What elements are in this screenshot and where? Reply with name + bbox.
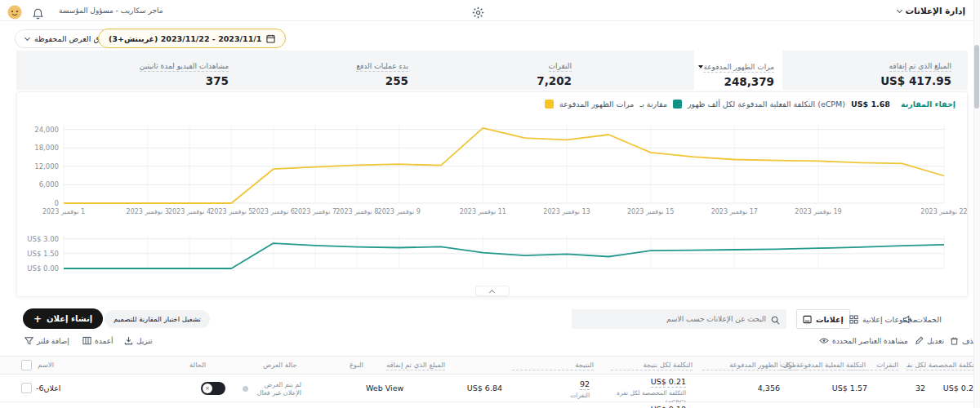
legend-versus-label: مقارنة بـ — [639, 100, 667, 109]
eye-icon — [819, 336, 829, 345]
top-navbar: ماجر سكاريب - مسؤول المؤسسة إدارة الإعلا… — [0, 0, 980, 21]
avatar[interactable] — [7, 3, 22, 20]
metric-checkouts[interactable]: بدء عمليات الدفع 255 — [327, 51, 408, 90]
chart-card: مرات الظهور المدفوعة مقارنة بـ التكلفة ا… — [16, 91, 968, 297]
add-filter-button[interactable]: إضافة فلتر — [24, 336, 69, 345]
clicks-value: 32 — [876, 384, 925, 392]
toggle-knob: × — [203, 384, 212, 393]
table-row[interactable]: اعلان6- × لم يتم العرض الإعلان غير فعال … — [0, 375, 980, 402]
svg-text:24,000: 24,000 — [34, 126, 59, 134]
grid-icon — [849, 314, 858, 324]
bell-icon[interactable] — [33, 5, 43, 20]
ads-manager-menu-label: إدارة الإعلانات — [906, 6, 966, 16]
ecpm-line-chart: US$ 0.00US$ 1.50US$ 3.00 — [29, 228, 952, 275]
delivery-status: لم يتم العرض الإعلان غير فعال — [251, 381, 301, 397]
x-axis-tick-label: 11 نوفمبر 2023 — [446, 208, 519, 215]
svg-text:0: 0 — [55, 199, 59, 207]
columns-button[interactable]: أعمدة — [82, 336, 114, 345]
table-row[interactable]: اعلان3- × لم يتم العرض الإعلان غير فعال … — [0, 402, 980, 408]
col-delivery-status[interactable]: حالة العرض — [263, 361, 297, 369]
tab-ads[interactable]: إعلانات — [796, 309, 850, 329]
chart-legend: مرات الظهور المدفوعة مقارنة بـ التكلفة ا… — [545, 100, 956, 109]
calendar-icon — [266, 33, 275, 43]
impressions-line-chart: 06,00012,00018,00024,000 — [29, 118, 952, 210]
col-status[interactable]: الحالة — [189, 361, 206, 369]
collapse-chart-button[interactable] — [475, 286, 510, 296]
col-name[interactable]: الاسم — [38, 361, 54, 369]
x-axis-tick-label: 19 نوفمبر 2023 — [782, 208, 855, 215]
ad-name[interactable]: اعلان6- — [36, 384, 60, 392]
ecpm-swatch-icon — [673, 100, 682, 109]
settings-gear-icon[interactable] — [472, 4, 484, 20]
create-ad-button[interactable]: إنشاء إعلان + — [23, 308, 103, 329]
svg-text:6,000: 6,000 — [39, 180, 59, 188]
trash-icon — [950, 336, 959, 345]
vertical-scrollbar[interactable] — [973, 0, 980, 408]
scrollbar-thumb[interactable] — [974, 45, 979, 109]
metric-clicks[interactable]: النقرات 7,202 — [490, 51, 572, 90]
plus-icon: + — [33, 313, 42, 325]
ad-icon — [803, 314, 812, 324]
x-axis-tick-label: 17 نوفمبر 2023 — [697, 208, 771, 215]
metric-value: 255 — [327, 74, 408, 87]
metric-value: 248,379 — [702, 75, 774, 88]
table-header: الاسم الحالة حالة العرض النوع المبلغ الذ… — [0, 356, 980, 375]
ads-manager-menu[interactable]: إدارة الإعلانات — [898, 6, 966, 16]
date-range-label: 2023/11/1 - 2023/11/22 (غرينتش+3) — [109, 34, 261, 43]
search-box — [572, 309, 786, 329]
col-type[interactable]: النوع — [350, 361, 363, 369]
x-axis-tick-label: 22 نوفمبر 2023 — [907, 208, 980, 215]
metric-value: 7,202 — [490, 74, 572, 87]
tab-campaigns[interactable]: الحملات — [897, 309, 947, 329]
ecpc-value: US$ 0.21 — [931, 384, 978, 392]
search-input[interactable] — [578, 315, 766, 323]
view-selected-button[interactable]: مشاهدة العناصر المحددة — [819, 336, 908, 345]
select-all-checkbox[interactable] — [21, 360, 32, 370]
svg-text:US$ 1.50: US$ 1.50 — [27, 250, 59, 258]
delivery-status-dot — [243, 386, 248, 392]
col-amount-spent[interactable]: المبلغ الذي تم إنفاقه — [386, 361, 445, 370]
download-button[interactable]: تنزيل — [124, 336, 153, 345]
col-ecpc[interactable]: التكلفة المخصصة لكل نقرة (eCPC) — [906, 361, 978, 370]
col-cost-per-result[interactable]: التكلفة لكل نتيجة — [611, 361, 693, 370]
x-axis-tick-label: 9 نوفمبر 2023 — [363, 208, 436, 215]
account-label[interactable]: ماجر سكاريب - مسؤول المؤسسة — [59, 7, 163, 15]
edit-button[interactable]: تعديل — [915, 336, 944, 345]
split-test-button[interactable]: تشغيل اختبار المقارنة للتصميم — [105, 310, 210, 328]
metric-value: 375 — [131, 74, 229, 87]
chevron-up-icon — [489, 289, 495, 295]
metric-value: US$ 417.95 — [800, 74, 951, 87]
svg-text:18,000: 18,000 — [34, 144, 59, 152]
x-axis-tick-label: 15 نوفمبر 2023 — [614, 208, 688, 215]
ad-type: Web View — [366, 384, 403, 392]
chevron-down-icon — [24, 35, 30, 41]
amount-spent-value: US$ 6.84 — [441, 384, 502, 392]
svg-text:US$ 0.00: US$ 0.00 — [27, 264, 59, 273]
search-icon[interactable] — [771, 312, 780, 327]
x-axis-tick-label: 13 نوفمبر 2023 — [530, 208, 604, 215]
col-clicks[interactable]: النقرات — [849, 361, 898, 370]
cost-per-result-cell[interactable]: US$ 0.10 التكلفة المخصصة لكل نقرة (eCPC) — [608, 405, 686, 408]
download-icon — [124, 336, 133, 345]
metric-paid-impressions-selected[interactable]: مرات الظهور المدفوعة 248,379 — [694, 51, 782, 90]
metric-amount-spent[interactable]: المبلغ الذي تم إنفاقه US$ 417.95 — [800, 51, 951, 90]
ad-status-toggle[interactable]: × — [201, 382, 225, 395]
date-range-picker[interactable]: 2023/11/1 - 2023/11/22 (غرينتش+3) — [98, 29, 286, 48]
filter-icon — [24, 336, 33, 345]
result-cell[interactable]: 92 النقرات — [528, 379, 590, 400]
x-axis-labels: 1 نوفمبر 20233 نوفمبر 20234 نوفمبر 20235… — [29, 208, 952, 220]
hide-comparison-link[interactable]: إخفاء المقارنة — [901, 100, 956, 109]
columns-icon — [82, 336, 91, 345]
x-axis-tick-label: 1 نوفمبر 2023 — [27, 208, 100, 215]
legend-ecpm-value: US$ 1.68 — [851, 100, 890, 109]
col-result[interactable]: النتيجة — [512, 361, 594, 370]
paid-impressions-value: 4,356 — [719, 384, 780, 392]
legend-series2-label: التكلفة الفعلية المدفوعة لكل ألف ظهور (e… — [688, 100, 845, 109]
metrics-strip: المبلغ الذي تم إنفاقه US$ 417.95 مرات ال… — [16, 51, 968, 90]
megaphone-icon — [902, 314, 911, 324]
row-checkbox[interactable] — [21, 383, 32, 393]
impressions-swatch-icon — [545, 100, 554, 109]
chevron-down-icon — [896, 7, 902, 12]
pencil-icon — [915, 336, 924, 345]
metric-video-views-2s[interactable]: مشاهدات الفيديو لمدة ثانيتين 375 — [131, 51, 229, 90]
